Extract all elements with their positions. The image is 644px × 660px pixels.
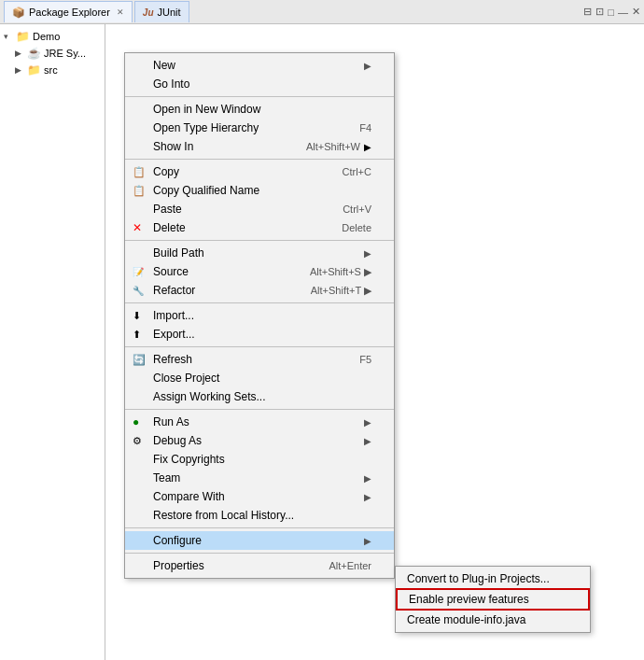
menu-item-build-path[interactable]: Build Path ▶: [125, 244, 394, 262]
panel-area: ▾ 📁 Demo ▶ ☕ JRE Sy... ▶ 📁 src New ▶: [0, 24, 644, 660]
import-label: Import...: [153, 309, 194, 322]
tree-arrow-demo: ▾: [4, 32, 13, 41]
refresh-label: Refresh: [153, 353, 192, 366]
menu-item-assign-working[interactable]: Assign Working Sets...: [125, 387, 394, 406]
menu-item-import[interactable]: ⬇ Import...: [125, 306, 394, 325]
build-path-label: Build Path: [153, 246, 204, 260]
menu-item-copy-qualified[interactable]: 📋 Copy Qualified Name: [125, 181, 394, 200]
menu-item-go-into[interactable]: Go Into: [125, 75, 394, 93]
show-in-shortcut: Alt+Shift+W: [287, 141, 360, 152]
delete-shortcut: Delete: [323, 222, 371, 233]
menu-item-properties[interactable]: Properties Alt+Enter: [125, 556, 394, 575]
properties-shortcut: Alt+Enter: [310, 560, 371, 571]
toolbar-icon-minimize[interactable]: —: [618, 7, 628, 18]
demo-folder-icon: 📁: [16, 30, 30, 43]
properties-label: Properties: [153, 559, 204, 572]
refactor-shortcut: Alt+Shift+T ▶: [292, 285, 371, 297]
tree-item-demo[interactable]: ▾ 📁 Demo: [0, 28, 105, 45]
convert-plugin-label: Convert to Plug-in Projects...: [407, 572, 550, 585]
menu-item-new[interactable]: New ▶: [125, 56, 394, 75]
refresh-icon: 🔄: [133, 354, 146, 366]
team-arrow: ▶: [355, 473, 371, 484]
delete-icon: ✕: [133, 221, 142, 234]
tree-item-src[interactable]: ▶ 📁 src: [0, 62, 105, 78]
paste-shortcut: Ctrl+V: [324, 204, 371, 215]
menu-item-source[interactable]: 📝 Source Alt+Shift+S ▶: [125, 262, 394, 281]
menu-item-restore-local[interactable]: Restore from Local History...: [125, 506, 394, 525]
open-new-window-label: Open in New Window: [153, 103, 260, 116]
menu-item-refresh[interactable]: 🔄 Refresh F5: [125, 350, 394, 369]
tab-package-explorer[interactable]: 📦 Package Explorer ✕: [4, 1, 133, 22]
menu-item-run-as[interactable]: ● Run As ▶: [125, 413, 394, 431]
delete-label: Delete: [153, 221, 186, 234]
refactor-label: Refactor: [153, 284, 195, 297]
refresh-shortcut: F5: [341, 354, 371, 365]
build-path-arrow: ▶: [355, 248, 371, 259]
import-icon: ⬇: [133, 310, 141, 322]
source-shortcut: Alt+Shift+S ▶: [291, 266, 371, 278]
tab-toolbar: ⊟ ⊡ □ — ✕: [583, 6, 640, 18]
tree-arrow-jre: ▶: [15, 49, 24, 58]
new-label: New: [153, 59, 175, 72]
show-in-label: Show In: [153, 140, 193, 153]
separator-7: [125, 527, 394, 528]
menu-item-debug-as[interactable]: ⚙ Debug As ▶: [125, 431, 394, 450]
run-as-icon: ●: [133, 415, 139, 428]
menu-item-delete[interactable]: ✕ Delete Delete: [125, 218, 394, 237]
export-label: Export...: [153, 328, 195, 341]
open-type-hierarchy-shortcut: F4: [341, 122, 371, 133]
tab-junit[interactable]: Ju JUnit: [134, 1, 189, 22]
copy-qualified-icon: 📋: [133, 185, 146, 197]
fix-copyrights-label: Fix Copyrights: [153, 453, 225, 466]
menu-item-open-type-hierarchy[interactable]: Open Type Hierarchy F4: [125, 119, 394, 137]
menu-item-paste[interactable]: Paste Ctrl+V: [125, 200, 394, 218]
open-type-hierarchy-label: Open Type Hierarchy: [153, 121, 259, 134]
toolbar-icon-1[interactable]: ⊟: [583, 6, 592, 18]
menu-item-compare-with[interactable]: Compare With ▶: [125, 487, 394, 506]
export-icon: ⬆: [133, 329, 141, 341]
enable-preview-label: Enable preview features: [409, 593, 529, 606]
menu-item-refactor[interactable]: 🔧 Refactor Alt+Shift+T ▶: [125, 281, 394, 300]
menu-item-copy[interactable]: 📋 Copy Ctrl+C: [125, 162, 394, 181]
toolbar-icon-2[interactable]: ⊡: [595, 6, 604, 18]
menu-item-export[interactable]: ⬆ Export...: [125, 325, 394, 344]
restore-local-label: Restore from Local History...: [153, 509, 294, 522]
source-label: Source: [153, 265, 189, 278]
tree-arrow-src: ▶: [15, 65, 24, 75]
menu-item-show-in[interactable]: Show In Alt+Shift+W ▶: [125, 137, 394, 156]
copy-label: Copy: [153, 165, 179, 178]
menu-item-open-new-window[interactable]: Open in New Window: [125, 100, 394, 119]
menu-item-team[interactable]: Team ▶: [125, 469, 394, 487]
debug-as-arrow: ▶: [355, 436, 371, 446]
toolbar-icon-close[interactable]: ✕: [632, 6, 640, 18]
sub-context-menu-configure: Convert to Plug-in Projects... Enable pr…: [395, 566, 591, 633]
go-into-label: Go Into: [153, 77, 189, 91]
package-explorer-icon: 📦: [12, 7, 25, 19]
context-menu: New ▶ Go Into Open in New Window Open Ty…: [124, 52, 395, 579]
sub-menu-item-create-module[interactable]: Create module-info.java: [396, 611, 590, 629]
tree-item-src-label: src: [44, 64, 58, 76]
src-icon: 📁: [27, 63, 41, 77]
toolbar-icon-3[interactable]: □: [608, 7, 614, 18]
menu-item-close-project[interactable]: Close Project: [125, 369, 394, 387]
tree-item-jre[interactable]: ▶ ☕ JRE Sy...: [0, 45, 105, 62]
compare-with-arrow: ▶: [355, 492, 371, 502]
tab-package-explorer-label: Package Explorer: [29, 7, 110, 18]
separator-6: [125, 409, 394, 410]
menu-item-configure[interactable]: Configure ▶: [125, 531, 394, 550]
separator-8: [125, 553, 394, 554]
jre-icon: ☕: [27, 47, 41, 60]
assign-working-label: Assign Working Sets...: [153, 390, 266, 403]
sub-menu-item-enable-preview[interactable]: Enable preview features: [396, 588, 590, 611]
tab-package-explorer-close[interactable]: ✕: [117, 7, 124, 17]
package-explorer-panel: ▾ 📁 Demo ▶ ☕ JRE Sy... ▶ 📁 src: [0, 24, 105, 660]
separator-1: [125, 96, 394, 97]
ide-window: 📦 Package Explorer ✕ Ju JUnit ⊟ ⊡ □ — ✕ …: [0, 0, 644, 660]
right-area: New ▶ Go Into Open in New Window Open Ty…: [105, 24, 644, 660]
debug-as-icon: ⚙: [133, 435, 142, 447]
menu-item-fix-copyrights[interactable]: Fix Copyrights: [125, 450, 394, 469]
sub-menu-item-convert-plugin[interactable]: Convert to Plug-in Projects...: [396, 569, 590, 588]
separator-2: [125, 159, 394, 160]
copy-qualified-label: Copy Qualified Name: [153, 184, 259, 197]
separator-4: [125, 302, 394, 303]
